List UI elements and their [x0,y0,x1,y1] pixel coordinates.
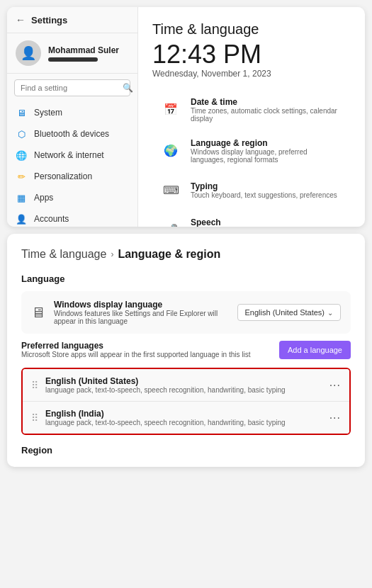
settings-title: Settings [31,15,67,26]
bottom-panel: Time & language › Language & region Lang… [7,234,365,467]
add-language-button[interactable]: Add a language [279,341,351,359]
sidebar-item-accounts[interactable]: 👤 Accounts [7,208,137,227]
bluetooth-nav-icon: ⬡ [16,128,27,140]
speech-icon: 🎤 [159,219,182,227]
setting-row-language[interactable]: 🌍 Language & region Windows display lang… [152,131,351,171]
typing-title: Typing [191,181,337,191]
sidebar-item-system[interactable]: 🖥 System [7,102,137,123]
language-desc: Windows display language, preferred lang… [191,148,344,164]
breadcrumb: Time & language › Language & region [21,248,351,261]
sidebar-item-label-personalization: Personalization [34,171,92,181]
display-icon: 🖥 [31,305,45,321]
setting-row-datetime[interactable]: 📅 Date & time Time zones, automatic cloc… [152,90,351,130]
display-desc: Windows features like Settings and File … [54,310,229,325]
datetime-desc: Time zones, automatic clock settings, ca… [191,107,344,123]
accounts-nav-icon: 👤 [16,213,27,225]
nav-items: 🖥 System ⬡ Bluetooth & devices 🌐 Network… [7,102,137,227]
sidebar-item-bluetooth[interactable]: ⬡ Bluetooth & devices [7,123,137,145]
breadcrumb-parent: Time & language [21,248,106,261]
search-input[interactable] [21,84,118,92]
system-nav-icon: 🖥 [16,107,27,118]
user-sub-bar [48,57,98,62]
lang-info-0: English (United States) language pack, t… [45,376,322,394]
dropdown-chevron-icon: ⌄ [327,309,333,317]
language-section-label: Language [21,273,351,284]
datetime-title: Date & time [191,97,344,107]
speech-title: Speech [191,217,344,227]
preferred-title: Preferred languages [21,341,251,351]
sidebar-item-label-system: System [34,108,62,118]
display-title: Windows display language [54,300,229,310]
back-arrow-icon[interactable]: ← [16,14,26,26]
top-panel: ← Settings 👤 Mohammad Suler 🔍 🖥 System ⬡… [7,7,365,227]
breadcrumb-chevron-icon: › [111,249,113,259]
network-nav-icon: 🌐 [16,149,27,161]
language-item-0: ⠿ English (United States) language pack,… [23,369,349,401]
lang-name-1: English (India) [45,409,322,419]
typing-icon: ⌨ [159,179,182,202]
setting-row-typing[interactable]: ⌨ Typing Touch keyboard, text suggestion… [152,172,351,209]
preferred-header: Preferred languages Microsoft Store apps… [21,341,351,359]
sidebar-item-label-network: Network & internet [34,150,104,160]
dropdown-value: English (United States) [245,308,325,317]
user-profile[interactable]: 👤 Mohammad Suler [7,33,137,74]
user-info: Mohammad Suler [48,45,119,62]
language-title: Language & region [191,138,344,148]
drag-handle-icon[interactable]: ⠿ [31,380,38,391]
sidebar-item-apps[interactable]: ▦ Apps [7,187,137,208]
lang-menu-button-1[interactable]: ··· [329,412,341,424]
typing-text: Typing Touch keyboard, text suggestions,… [191,181,337,199]
breadcrumb-current: Language & region [118,248,220,261]
speech-text: Speech Speech language, speech recogniti… [191,217,344,227]
sidebar-item-label-apps: Apps [34,193,53,203]
region-section-label: Region [21,445,351,456]
drag-handle-icon[interactable]: ⠿ [31,412,38,424]
lang-name-0: English (United States) [45,376,322,386]
user-name: Mohammad Suler [48,45,119,55]
language-list: ⠿ English (United States) language pack,… [21,368,351,435]
sidebar-item-network[interactable]: 🌐 Network & internet [7,145,137,166]
page-title: Time & language [152,21,351,38]
date-display: Wednesday, November 1, 2023 [152,69,351,79]
datetime-text: Date & time Time zones, automatic clock … [191,97,344,123]
lang-desc-0: language pack, text-to-speech, speech re… [45,386,322,394]
language-text: Language & region Windows display langua… [191,138,344,164]
language-item-1: ⠿ English (India) language pack, text-to… [23,401,349,434]
typing-desc: Touch keyboard, text suggestions, prefer… [191,191,337,199]
setting-row-speech[interactable]: 🎤 Speech Speech language, speech recogni… [152,210,351,227]
lang-desc-1: language pack, text-to-speech, speech re… [45,419,322,426]
search-icon: 🔍 [123,83,133,93]
sidebar-header: ← Settings [7,7,137,33]
main-content: Time & language 12:43 PM Wednesday, Nove… [138,7,365,227]
sidebar-item-personalization[interactable]: ✏ Personalization [7,166,137,187]
personalization-nav-icon: ✏ [16,171,27,182]
lang-menu-button-0[interactable]: ··· [329,379,341,392]
sidebar-item-label-bluetooth: Bluetooth & devices [34,129,109,139]
language-icon: 🌍 [159,140,182,162]
preferred-desc: Microsoft Store apps will appear in the … [21,351,251,358]
apps-nav-icon: ▦ [16,192,27,203]
sidebar-item-label-accounts: Accounts [34,214,69,224]
settings-list: 📅 Date & time Time zones, automatic cloc… [152,90,351,227]
lang-info-1: English (India) language pack, text-to-s… [45,409,322,426]
display-info: Windows display language Windows feature… [54,300,229,325]
avatar: 👤 [16,40,41,66]
windows-display-card: 🖥 Windows display language Windows featu… [21,291,351,334]
datetime-icon: 📅 [159,98,182,121]
preferred-info: Preferred languages Microsoft Store apps… [21,341,251,358]
search-box[interactable]: 🔍 [14,79,130,96]
time-display: 12:43 PM [152,40,351,69]
sidebar: ← Settings 👤 Mohammad Suler 🔍 🖥 System ⬡… [7,7,138,227]
language-dropdown[interactable]: English (United States) ⌄ [237,304,342,321]
